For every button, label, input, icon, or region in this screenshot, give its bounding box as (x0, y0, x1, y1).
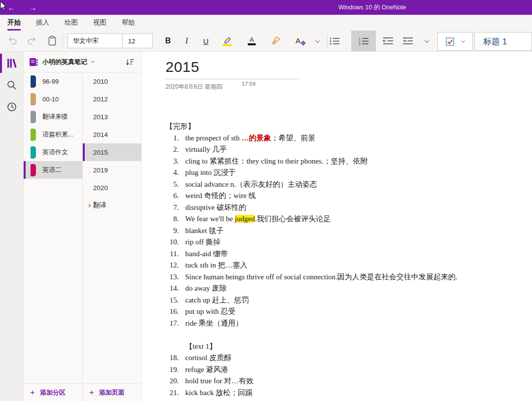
note-h2-19[interactable]: 【text 1】 (166, 341, 532, 353)
section-color-tab-icon (31, 93, 36, 105)
notebooks-button[interactable] (4, 55, 20, 71)
note-line-14[interactable]: 14.do away 废除 (166, 283, 532, 295)
clear-format-diamond-icon (301, 41, 306, 46)
note-line-12[interactable]: 12.tuck sth in 把…塞入 (166, 260, 532, 271)
tab-home[interactable]: 开始 (7, 15, 21, 31)
format-painter-icon (270, 36, 281, 46)
sidebar-page-5[interactable]: 2019 (83, 161, 141, 179)
list-number: 20. (166, 375, 179, 387)
italic-button[interactable]: I (179, 31, 195, 51)
sidebar-page-2[interactable]: 2013 (83, 108, 141, 126)
page-label: 2012 (93, 96, 108, 103)
expand-group-chevron-icon[interactable] (87, 203, 91, 207)
search-button[interactable] (4, 77, 20, 93)
note-canvas[interactable]: 2015 2020年8月6日 星期四 17:59 【完形】1.the prosp… (141, 52, 532, 401)
note-line-21[interactable]: 21.kick back 放松；回踢 (166, 387, 532, 399)
sidebar-section-3[interactable]: 语篇积累... (24, 126, 82, 143)
page-title[interactable]: 2015 (166, 59, 200, 75)
sidebar-section-2[interactable]: 翻译来喽 (24, 108, 82, 126)
bullet-list-button[interactable] (327, 31, 342, 51)
todo-tag-chevron[interactable] (462, 39, 465, 42)
numbered-list-button[interactable]: 1 2 3 (351, 31, 376, 51)
notebook-dropdown-chevron[interactable] (91, 60, 95, 63)
note-h-0[interactable]: 【完形】 (166, 121, 532, 133)
todo-tag-button[interactable] (437, 32, 473, 51)
line-text: do away 废除 (185, 284, 227, 292)
redo-button[interactable] (24, 31, 39, 51)
font-options-chevron[interactable] (309, 31, 325, 51)
svg-text:3: 3 (359, 42, 361, 45)
line-text: band-aid 绷带 (185, 250, 228, 258)
note-line-8[interactable]: 8.We fear we'll be judged.我们担心会被评头论足 (166, 213, 532, 225)
notebook-title: 小明的英真笔记 (42, 58, 87, 67)
style-selector[interactable]: 标题 1 (474, 32, 532, 51)
note-line-2[interactable]: 2.virtually 几乎 (166, 144, 532, 156)
sidebar-page-1[interactable]: 2012 (83, 90, 141, 108)
list-number: 12. (166, 260, 179, 271)
note-line-19[interactable]: 19.refuge 避风港 (166, 364, 532, 376)
note-line-5[interactable]: 5.social advance n.（表示友好的）主动姿态 (166, 179, 532, 191)
note-line-10[interactable]: 10.rip off 撕掉 (166, 236, 532, 248)
recent-notes-button[interactable] (4, 99, 20, 115)
format-painter-button[interactable] (268, 31, 284, 51)
navigation-rail (0, 52, 24, 401)
note-gap-18 (166, 329, 532, 341)
add-page-button[interactable]: + 添加页面 (82, 383, 141, 401)
list-number: 11. (166, 248, 179, 260)
sidebar-page-6[interactable]: 2020 (83, 179, 141, 197)
note-line-1[interactable]: 1.the prospect of sth …的景象；希望、前景 (166, 133, 532, 144)
clear-formatting-button[interactable]: A (290, 31, 306, 51)
note-line-20[interactable]: 20.hold true for 对…有效 (166, 375, 532, 387)
clock-icon (6, 101, 17, 112)
line-text: blanket 毯子 (185, 227, 224, 234)
note-line-13[interactable]: 13.Since human beings thrive off of soci… (166, 271, 532, 283)
font-size-input[interactable]: 12 (123, 37, 152, 45)
note-line-22[interactable]: 22.have trouble falling asleep (166, 399, 532, 401)
sidebar-page-4[interactable]: 2015 (83, 143, 141, 161)
note-line-17[interactable]: 17.ride 乘坐（通用） (166, 318, 532, 330)
sidebar-section-4[interactable]: 英语作文 (24, 143, 82, 161)
bold-button[interactable]: B (160, 31, 176, 51)
forward-arrow-icon[interactable]: → (26, 0, 40, 15)
note-body[interactable]: 【完形】1.the prospect of sth …的景象；希望、前景2.vi… (166, 121, 532, 401)
highlighter-button[interactable] (219, 31, 235, 51)
tab-draw[interactable]: 绘图 (65, 15, 78, 31)
sort-pages-icon[interactable] (126, 58, 134, 66)
font-name-input[interactable]: 华文中宋 (68, 36, 122, 45)
notebook-header[interactable]: 小明的英真笔记 (24, 52, 141, 72)
section-label: 翻译来喽 (42, 112, 68, 121)
note-line-7[interactable]: 7.disruptive 破坏性的 (166, 202, 532, 214)
font-color-button[interactable]: A (244, 31, 260, 51)
underline-button[interactable]: U (198, 31, 214, 51)
sidebar-page-3[interactable]: 2014 (83, 126, 141, 143)
note-line-18[interactable]: 18.cortisol 皮质醇 (166, 352, 532, 364)
list-options-chevron[interactable] (419, 31, 434, 51)
sidebar-section-1[interactable]: 00-10 (24, 90, 82, 108)
sidebar-section-5[interactable]: 英语二 (24, 161, 82, 179)
sidebar-section-0[interactable]: 96-99 (24, 72, 82, 90)
add-section-button[interactable]: + 添加分区 (24, 383, 82, 401)
sidebar-page-7[interactable]: 翻译 (83, 197, 141, 214)
list-number: 18. (166, 352, 179, 364)
note-line-4[interactable]: 4.plug into 沉浸于 (166, 167, 532, 179)
note-line-15[interactable]: 15.catch up 赶上、惩罚 (166, 295, 532, 306)
note-line-16[interactable]: 16.put up with 忍受 (166, 306, 532, 318)
tab-help[interactable]: 帮助 (122, 15, 135, 31)
outdent-button[interactable] (380, 31, 396, 51)
undo-button[interactable] (5, 31, 21, 51)
list-number: 5. (166, 179, 179, 191)
line-text: weird 奇怪的；wire 线 (185, 192, 256, 200)
page-label: 翻译 (93, 201, 106, 210)
list-number: 13. (166, 271, 179, 283)
tab-view[interactable]: 视图 (93, 15, 106, 31)
note-line-6[interactable]: 6.weird 奇怪的；wire 线 (166, 190, 532, 202)
note-line-3[interactable]: 3.cling to 紧紧抓住：they cling to their phon… (166, 156, 532, 167)
note-line-11[interactable]: 11.band-aid 绷带 (166, 248, 532, 260)
sidebar-page-0[interactable]: 2010 (83, 72, 141, 90)
line-text: Since human beings thrive off of social … (185, 273, 458, 281)
tab-insert[interactable]: 插入 (36, 15, 49, 31)
note-line-9[interactable]: 9.blanket 毯子 (166, 225, 532, 237)
indent-button[interactable] (400, 31, 416, 51)
indent-icon (402, 36, 414, 45)
paste-clipboard-button[interactable] (44, 31, 60, 51)
